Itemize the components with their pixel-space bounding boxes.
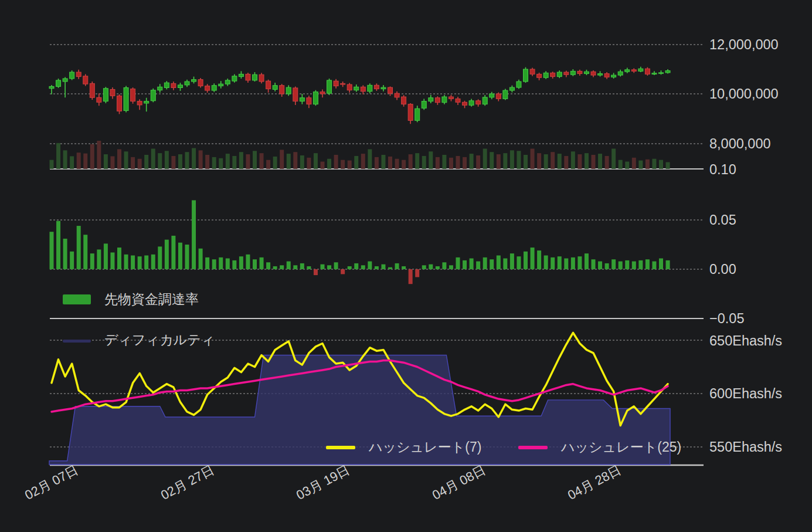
funding-bar (490, 259, 494, 269)
y-axis-label: −0.05 (709, 311, 744, 326)
volume-bar (577, 154, 582, 169)
candle-body (422, 101, 426, 109)
candle-body (543, 73, 548, 77)
volume-bar (307, 158, 311, 169)
funding-bar (422, 265, 426, 269)
x-axis-label-group: 02月 27日 (158, 462, 216, 503)
candle-body (334, 81, 338, 86)
candle-body (320, 92, 325, 94)
volume-bar (422, 156, 426, 169)
funding-bar (577, 256, 582, 269)
candle-body (151, 90, 155, 101)
volume-bar (645, 160, 650, 169)
legend-hashrate7[interactable]: ハッシュレート(7) (326, 438, 481, 456)
x-axis-label: 02月 27日 (158, 462, 216, 503)
funding-bar (334, 262, 338, 269)
volume-bar (219, 158, 223, 169)
candle-body (327, 80, 332, 93)
volume-bar (659, 160, 663, 169)
candle-body (402, 97, 406, 104)
funding-bar (605, 263, 609, 269)
volume-bars-layer (50, 141, 670, 169)
funding-bar (131, 255, 135, 269)
candle-body (374, 85, 379, 89)
x-axis-label: 04月 28日 (565, 462, 623, 503)
candle-body (354, 87, 359, 90)
volume-bar (652, 159, 656, 169)
funding-bar (632, 262, 636, 269)
candle-body (381, 87, 386, 89)
candle-body (361, 87, 365, 92)
candle-body (192, 80, 196, 82)
volume-bar (402, 160, 406, 169)
candle-body (564, 72, 569, 74)
volume-bar (104, 154, 108, 169)
volume-bar (83, 154, 87, 169)
volume-bar (199, 150, 203, 169)
candle-body (137, 101, 142, 105)
candle-body (429, 98, 433, 101)
volume-bar (253, 151, 257, 169)
candle-body (63, 79, 67, 82)
candle-body (185, 82, 189, 85)
volume-bar (497, 154, 501, 169)
candle-body (212, 86, 216, 90)
funding-bar (395, 263, 399, 269)
candle-body (97, 97, 101, 102)
funding-bar (470, 259, 474, 269)
volume-bar (273, 157, 277, 169)
candle-body (164, 83, 169, 87)
funding-bar (497, 255, 501, 269)
funding-bar (77, 226, 81, 269)
legend-hashrate25-label: ハッシュレート(25) (561, 438, 681, 456)
volume-bar (165, 151, 169, 169)
volume-bar (456, 156, 460, 169)
x-axis-label-group: 03月 19日 (294, 462, 352, 503)
funding-bar (321, 265, 325, 269)
volume-bar (429, 151, 433, 169)
funding-bar (625, 260, 629, 269)
funding-bar (415, 269, 419, 277)
volume-bar (558, 154, 562, 169)
funding-bar (517, 256, 521, 269)
candle-body (300, 98, 304, 101)
volume-bar (70, 156, 74, 169)
candle-body (442, 97, 447, 103)
y-axis-label: 600Ehash/s (709, 386, 782, 401)
candle-body (232, 76, 237, 81)
funding-bar (144, 255, 148, 269)
funding-bar (348, 266, 352, 269)
candle-body (530, 69, 535, 74)
candle-body (90, 83, 94, 97)
candle-body (537, 74, 542, 77)
candle-body (239, 74, 243, 76)
volume-bar (375, 157, 379, 169)
difficulty-swatch-icon (63, 340, 91, 343)
funding-bar (564, 259, 568, 269)
volume-bar (564, 156, 568, 169)
funding-bar (598, 262, 602, 269)
candle-body (665, 71, 670, 73)
volume-bar (449, 158, 453, 169)
y-axis-label: 550Ehash/s (709, 439, 782, 455)
legend-funding[interactable]: 先物資金調達率 (63, 290, 199, 309)
volume-bar (483, 148, 487, 169)
volume-bar (205, 155, 209, 169)
candle-body (144, 101, 149, 103)
volume-bar (300, 155, 304, 169)
legend-difficulty[interactable]: ディフィカルティ (63, 331, 215, 349)
funding-bar (449, 265, 453, 269)
volume-bar (144, 155, 148, 169)
x-axis-label-group: 02月 07日 (22, 462, 80, 503)
funding-bar (429, 265, 433, 269)
volume-bar (232, 156, 236, 169)
volume-bar (56, 143, 60, 169)
funding-bar (476, 262, 480, 269)
candle-body (415, 109, 420, 120)
funding-bar (327, 265, 331, 269)
legend-hashrate25[interactable]: ハッシュレート(25) (518, 438, 681, 456)
volume-bar (537, 153, 541, 169)
funding-bar (483, 257, 487, 269)
funding-bar (199, 249, 203, 269)
candle-body (347, 84, 352, 90)
